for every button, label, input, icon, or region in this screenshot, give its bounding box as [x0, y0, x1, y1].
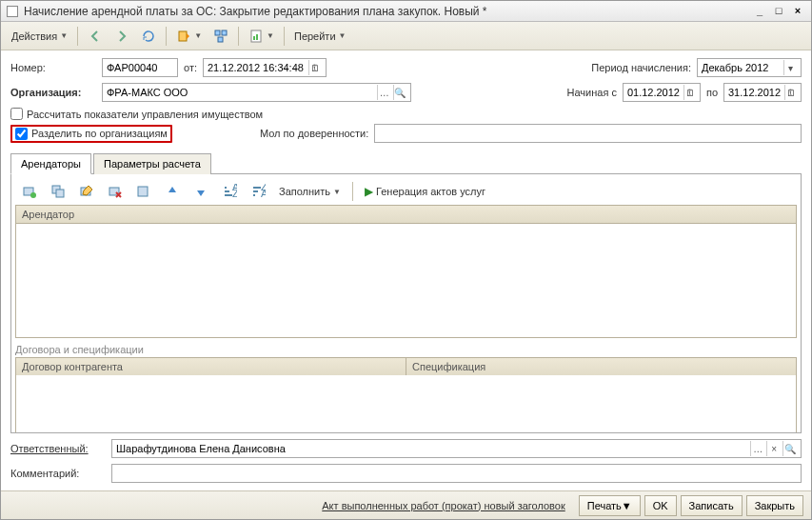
tb-forward[interactable]	[109, 26, 134, 47]
calendar-icon[interactable]: 🗓	[683, 85, 696, 100]
svg-rect-1	[215, 30, 220, 35]
svg-rect-10	[56, 190, 64, 197]
goto-menu[interactable]: Перейти▼	[289, 26, 351, 47]
period-label: Период начисления:	[591, 62, 691, 73]
svg-text:A: A	[261, 188, 266, 199]
tab-bar: Арендаторы Параметры расчета	[10, 152, 802, 174]
contracts-title: Договора и спецификации	[15, 344, 797, 355]
grid-copy-icon[interactable]	[46, 181, 70, 202]
main-toolbar: Действия▼ ▼ ▼ Перейти▼	[1, 22, 811, 50]
split-highlight: Разделить по организациям	[10, 125, 172, 143]
svg-rect-0	[179, 31, 187, 41]
svg-point-8	[30, 192, 36, 198]
calc-checkbox-label: Рассчитать показатели управления имущест…	[27, 109, 263, 120]
tb-struct[interactable]	[208, 26, 233, 47]
grid2: Договор контрагента Спецификация	[15, 357, 797, 433]
mol-label: Мол по доверенности:	[260, 128, 368, 139]
grid-edit-icon[interactable]	[74, 181, 99, 202]
clear-icon[interactable]: ×	[766, 441, 781, 456]
svg-rect-6	[256, 34, 258, 40]
split-checkbox[interactable]	[15, 128, 28, 140]
gen-acts-button[interactable]: ▶ Генерация актов услуг	[360, 181, 490, 202]
window-title: Начисление арендной платы за ОС: Закрыти…	[24, 5, 748, 18]
mol-field[interactable]	[374, 124, 802, 143]
calc-checkbox[interactable]	[10, 108, 23, 120]
tb-report[interactable]: ▼	[244, 26, 279, 47]
svg-rect-13	[138, 187, 148, 196]
close-button[interactable]: Закрыть	[746, 495, 803, 516]
bottom-bar: Акт выполненных работ (прокат) новый заг…	[1, 490, 811, 519]
date-field[interactable]: 🗓	[203, 58, 327, 77]
grid2-header: Договор контрагента Спецификация	[16, 358, 796, 375]
select-icon[interactable]: …	[750, 441, 764, 456]
dropdown-icon[interactable]: ▾	[783, 60, 797, 75]
comment-field[interactable]	[111, 464, 802, 483]
app-icon	[7, 6, 18, 17]
org-label: Организация:	[10, 87, 96, 98]
titlebar: Начисление арендной платы за ОС: Закрыти…	[1, 1, 811, 22]
search-icon[interactable]: 🔍	[782, 441, 797, 456]
grid-sep1	[131, 181, 156, 202]
resp-label[interactable]: Ответственный:	[10, 443, 106, 454]
close-window-button[interactable]: ×	[790, 5, 805, 18]
grid-sort-desc-icon[interactable]: ZA	[246, 181, 270, 202]
svg-rect-2	[222, 30, 227, 35]
fill-button[interactable]: Заполнить▼	[274, 181, 346, 202]
save-button[interactable]: Записать	[681, 495, 743, 516]
minimize-button[interactable]: _	[752, 5, 767, 18]
actions-menu[interactable]: Действия▼	[7, 26, 72, 47]
comment-label: Комментарий:	[10, 468, 106, 479]
content-area: Номер: от: 🗓 Период начисления: ▾ Органи…	[1, 50, 811, 490]
grid-sort-asc-icon[interactable]: AZ	[217, 181, 242, 202]
grid2-col1: Договор контрагента	[16, 358, 406, 375]
end-date-field[interactable]: 🗓	[723, 83, 802, 102]
grid-down-icon[interactable]	[188, 181, 213, 202]
number-field[interactable]	[102, 58, 178, 77]
grid2-body[interactable]	[16, 375, 796, 432]
svg-rect-5	[253, 36, 255, 40]
resp-field[interactable]: … × 🔍	[111, 439, 802, 458]
split-checkbox-label: Разделить по организациям	[31, 128, 168, 139]
grid-add-icon[interactable]	[17, 181, 42, 202]
maximize-button[interactable]: □	[771, 5, 786, 18]
svg-rect-3	[218, 37, 223, 42]
grid1-header: Арендатор	[15, 205, 797, 224]
ok-button[interactable]: OK	[644, 495, 677, 516]
grid-toolbar: AZ ZA Заполнить▼ ▶ Генерация актов услуг	[15, 178, 797, 205]
start-label: Начиная с	[567, 87, 617, 98]
period-field[interactable]: ▾	[697, 58, 802, 77]
to-label: по	[706, 87, 718, 98]
from-label: от:	[184, 62, 197, 73]
grid-up-icon[interactable]	[160, 181, 185, 202]
select-icon[interactable]: …	[377, 85, 390, 100]
tb-back[interactable]	[83, 26, 108, 47]
org-field[interactable]: … 🔍	[102, 83, 411, 102]
tab-params[interactable]: Параметры расчета	[93, 153, 211, 174]
grid2-col2: Спецификация	[406, 358, 796, 375]
number-label: Номер:	[10, 62, 96, 73]
act-link[interactable]: Акт выполненных работ (прокат) новый заг…	[322, 500, 564, 511]
print-button[interactable]: Печать▼	[579, 495, 641, 516]
tb-refresh[interactable]	[136, 26, 161, 47]
calendar-icon[interactable]: 🗓	[308, 60, 322, 75]
tb-post[interactable]: ▼	[171, 26, 207, 47]
start-date-field[interactable]: 🗓	[623, 83, 701, 102]
svg-text:Z: Z	[232, 188, 237, 199]
calendar-icon[interactable]: 🗓	[784, 85, 797, 100]
search-icon[interactable]: 🔍	[393, 85, 406, 100]
grid-delete-icon[interactable]	[103, 181, 128, 202]
tab-body: AZ ZA Заполнить▼ ▶ Генерация актов услуг…	[10, 174, 802, 433]
grid1-body[interactable]	[15, 224, 797, 338]
tab-tenants[interactable]: Арендаторы	[10, 153, 91, 174]
